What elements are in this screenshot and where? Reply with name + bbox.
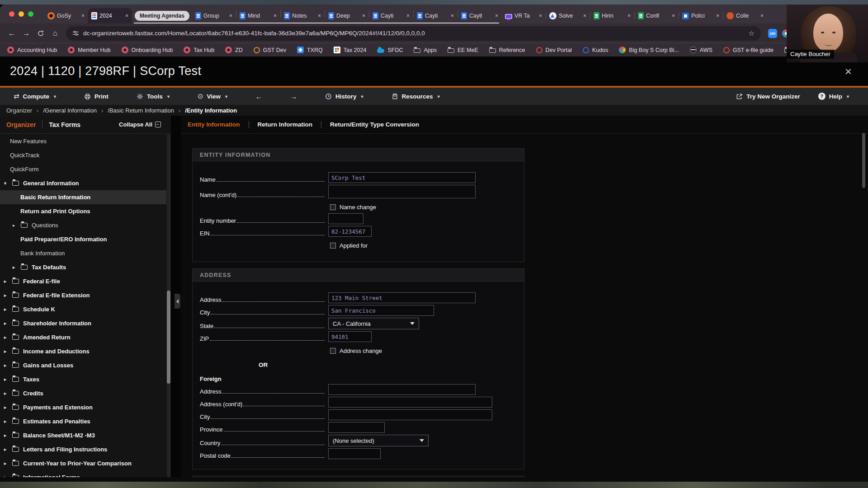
view-button[interactable]: ⊙ View▾ — [198, 92, 227, 100]
caret-right-icon[interactable]: ▸ — [4, 335, 10, 340]
tab-close-icon[interactable]: × — [125, 13, 129, 19]
reload-icon[interactable] — [33, 27, 48, 40]
bookmark-star-icon[interactable]: ☆ — [749, 29, 755, 38]
bookmark-tax-hub[interactable]: Tax Hub — [184, 47, 214, 53]
print-button[interactable]: Print — [84, 93, 108, 100]
minimize-window-icon[interactable] — [19, 11, 24, 17]
caret-right-icon[interactable]: ▸ — [4, 405, 10, 410]
caret-right-icon[interactable]: ▸ — [4, 307, 10, 312]
navigate-back-button[interactable]: ← — [255, 93, 262, 100]
breadcrumb-basic-return-information[interactable]: /Basic Return Information — [108, 107, 174, 114]
tab-close-icon[interactable]: × — [627, 13, 631, 19]
caret-right-icon[interactable]: ▸ — [4, 419, 10, 424]
sidebar-item-shareholder-information[interactable]: ▸Shareholder Information — [0, 316, 166, 330]
sidebar-item-payments-and-extension[interactable]: ▸Payments and Extension — [0, 400, 166, 414]
caret-right-icon[interactable]: ▸ — [4, 391, 10, 396]
sidebar-scrollbar-thumb[interactable] — [167, 291, 170, 384]
sidebar-item-bank-information[interactable]: Bank Information — [0, 246, 166, 260]
bookmark-ee-mee[interactable]: EE MeE — [448, 47, 478, 53]
ein-input[interactable] — [328, 226, 372, 237]
collapse-all-button[interactable]: Collapse All — [119, 121, 161, 128]
sidebar-item-quicktrack[interactable]: QuickTrack — [0, 148, 166, 162]
tab-close-icon[interactable]: × — [450, 13, 454, 19]
browser-tab-deep[interactable]: Deep× — [325, 8, 369, 23]
sidebar-item-return-and-print-options[interactable]: Return and Print Options — [0, 204, 166, 218]
sidebar-item-tax-defaults[interactable]: ▸Tax Defaults — [0, 260, 166, 274]
tab-close-icon[interactable]: × — [583, 13, 587, 19]
tab-group-label[interactable]: Meeting Agendas — [135, 11, 189, 21]
browser-tab-group[interactable]: Group× — [192, 8, 236, 23]
tab-close-icon[interactable]: × — [671, 13, 675, 19]
navigate-forward-button[interactable]: → — [290, 93, 297, 100]
address-input[interactable] — [328, 384, 476, 395]
tab-organizer[interactable]: Organizer — [6, 121, 36, 128]
history-button[interactable]: History▾ — [325, 93, 363, 100]
caret-right-icon[interactable]: ▸ — [4, 475, 10, 477]
forward-icon[interactable]: → — [19, 27, 33, 40]
address-bar[interactable]: dc-organizertoweb.fasttax.com/Home/Locat… — [66, 26, 761, 41]
applied-for-checkbox[interactable] — [330, 243, 336, 249]
name-change-checkbox[interactable] — [330, 204, 336, 210]
sidebar-item-balance-sheet-m1-m2-m3[interactable]: ▸Balance Sheet/M1-M2 -M3 — [0, 428, 166, 442]
city-input[interactable] — [328, 305, 434, 316]
sidebar-item-amended-return[interactable]: ▸Amended Return — [0, 330, 166, 344]
sidebar-item-schedule-k[interactable]: ▸Schedule K — [0, 302, 166, 316]
sidebar-item-estimates-and-penalties[interactable]: ▸Estimates and Penalties — [0, 414, 166, 428]
sidebar-item-general-information[interactable]: ▾General Information — [0, 176, 166, 190]
tools-button[interactable]: Tools▾ — [137, 93, 170, 100]
home-icon[interactable]: ⌂ — [48, 27, 62, 40]
sidebar-item-informational-forms[interactable]: ▸Informational Forms — [0, 470, 166, 477]
address-input[interactable] — [328, 292, 476, 303]
bookmark-dev-portal[interactable]: Dev Portal — [536, 47, 572, 53]
caret-right-icon[interactable]: ▸ — [4, 461, 10, 466]
tab-close-icon[interactable]: × — [406, 13, 410, 19]
bookmark-accounting-hub[interactable]: Accounting Hub — [7, 47, 57, 53]
close-window-icon[interactable] — [9, 11, 14, 17]
bookmark-tax-2024[interactable]: Tax 2024 — [334, 47, 367, 53]
tab-close-icon[interactable]: × — [362, 13, 366, 19]
browser-tab-polici[interactable]: Polici× — [679, 8, 723, 23]
browser-tab-cayti[interactable]: Cayti× — [414, 8, 458, 23]
sidebar-collapse-handle[interactable] — [175, 294, 180, 309]
name-cont-d-input[interactable] — [328, 185, 476, 198]
zip-input[interactable] — [328, 331, 372, 342]
breadcrumb-entity-information[interactable]: /Entity Information — [185, 107, 237, 114]
sidebar-item-gains-and-losses[interactable]: ▸Gains and Losses — [0, 358, 166, 372]
tab-return-information[interactable]: Return Information — [258, 121, 313, 128]
caret-right-icon[interactable]: ▸ — [13, 223, 19, 228]
tab-close-icon[interactable]: × — [229, 13, 233, 19]
caret-right-icon[interactable]: ▸ — [13, 265, 19, 270]
caret-right-icon[interactable]: ▸ — [4, 363, 10, 368]
caret-right-icon[interactable]: ▸ — [4, 293, 10, 298]
bookmark-zd[interactable]: ZD — [225, 47, 243, 53]
sidebar-item-credits[interactable]: ▸Credits — [0, 386, 166, 400]
breadcrumb-general-information[interactable]: /General Information — [43, 107, 97, 114]
sidebar-item-letters-and-filing-instructions[interactable]: ▸Letters and Filing Instructions — [0, 442, 166, 456]
browser-tab-hirin[interactable]: Hirin× — [590, 8, 634, 23]
bookmark-reference[interactable]: Reference — [489, 47, 525, 53]
maximize-window-icon[interactable] — [28, 11, 33, 17]
back-icon[interactable]: ← — [5, 27, 19, 40]
browser-tab-vr-ta[interactable]: VR Ta× — [502, 8, 546, 23]
bookmark-onboarding-hub[interactable]: Onboarding Hub — [122, 47, 173, 53]
entity-number-input[interactable] — [328, 213, 363, 224]
caret-right-icon[interactable]: ▸ — [4, 377, 10, 382]
browser-tab-colle[interactable]: Colle× — [723, 8, 767, 23]
browser-tab-cayti[interactable]: Cayti× — [369, 8, 413, 23]
tab-close-icon[interactable]: × — [538, 13, 542, 19]
browser-tab-confl[interactable]: Confl× — [635, 8, 679, 23]
tab-close-icon[interactable]: × — [495, 13, 499, 19]
sidebar-item-basic-return-information[interactable]: Basic Return Information — [0, 190, 166, 204]
bookmark-sfdc[interactable]: SFDC — [377, 47, 403, 53]
bookmark-txrq[interactable]: TXRQ — [297, 47, 323, 53]
sidebar-item-new-features[interactable]: New Features — [0, 134, 166, 148]
tab-entity-information[interactable]: Entity Information — [188, 121, 240, 128]
caret-down-icon[interactable]: ▾ — [4, 181, 10, 186]
sidebar-item-federal-e-file[interactable]: ▸Federal E-file — [0, 274, 166, 288]
state-select[interactable]: CA - California — [328, 318, 419, 329]
tab-close-icon[interactable]: × — [273, 13, 277, 19]
bookmark-kudos[interactable]: Kudos — [583, 47, 608, 53]
tab-close-icon[interactable]: × — [716, 13, 720, 19]
postal-code-input[interactable] — [328, 448, 381, 459]
caret-right-icon[interactable]: ▸ — [4, 321, 10, 326]
